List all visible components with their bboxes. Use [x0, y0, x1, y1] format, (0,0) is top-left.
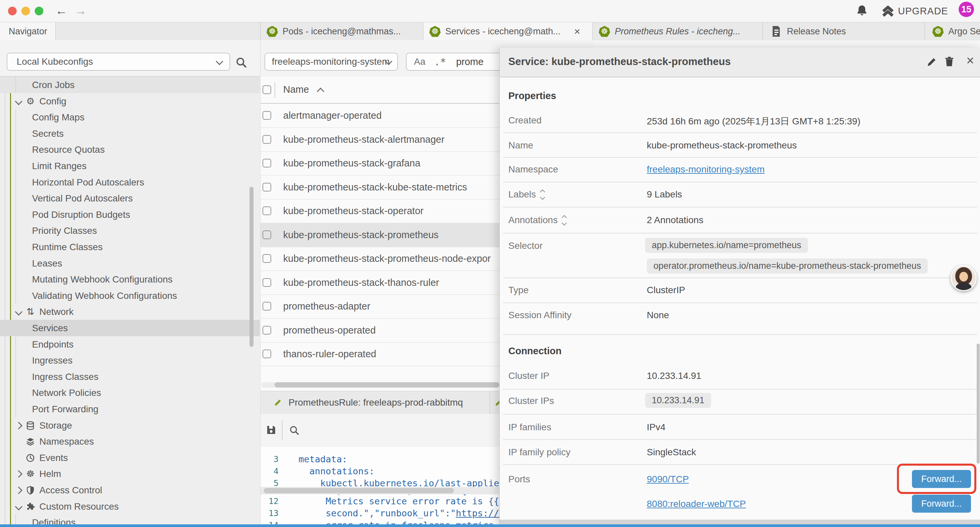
sidebar-item-secrets[interactable]: Secrets — [0, 126, 260, 142]
row-checkbox[interactable] — [262, 159, 271, 167]
notifications-bell-icon[interactable] — [855, 4, 869, 18]
sidebar-item-ingress-classes[interactable]: Ingress Classes — [0, 369, 260, 385]
chevron-down-icon — [15, 503, 23, 510]
table-row[interactable]: prometheus-adapter — [261, 294, 500, 318]
sidebar-item-ingresses[interactable]: Ingresses — [0, 352, 260, 369]
sidebar-item-validating-webhook-configurations[interactable]: Validating Webhook Configurations — [0, 288, 260, 304]
row-checkbox[interactable] — [262, 302, 271, 310]
save-icon[interactable] — [265, 424, 277, 436]
table-row[interactable]: alertmanager-operated — [261, 103, 500, 128]
row-checkbox[interactable] — [262, 183, 271, 191]
tab-services[interactable]: ☸ Services - icecheng@math... × — [423, 22, 592, 40]
search-icon[interactable] — [235, 56, 248, 69]
sidebar-group-config[interactable]: ⚙Config — [0, 93, 260, 110]
sidebar-item-events[interactable]: Events — [0, 450, 260, 466]
forward-arrow-icon[interactable]: → — [75, 4, 87, 18]
sidebar-item-mutating-webhook-configurations[interactable]: Mutating Webhook Configurations — [0, 271, 260, 288]
sidebar-item-cron-jobs[interactable]: Cron Jobs — [0, 77, 260, 93]
namespace-link[interactable]: freeleaps-monitoring-system — [647, 164, 765, 175]
table-row[interactable]: kube-prometheus-stack-operator — [261, 199, 500, 223]
sidebar-item-port-forwarding[interactable]: Port Forwarding — [0, 401, 260, 417]
table-row[interactable]: kube-prometheus-stack-kube-state-metrics — [261, 175, 500, 199]
select-all-checkbox[interactable] — [262, 85, 271, 94]
forward-button-8080[interactable]: Forward... — [912, 495, 971, 513]
editor-search-icon[interactable] — [288, 425, 300, 436]
close-traffic-light[interactable] — [8, 7, 17, 15]
horizontal-scrollbar-thumb[interactable] — [275, 382, 500, 388]
kubernetes-icon: ☸ — [599, 26, 610, 37]
port-link-8080[interactable]: 8080:reloader-web/TCP — [647, 498, 746, 509]
column-header-name[interactable]: Name — [283, 84, 309, 95]
zoom-traffic-light[interactable] — [35, 7, 43, 15]
dock-tab-prometheusrule[interactable]: PrometheusRule: freeleaps-prod-rabbitmq — [261, 391, 490, 414]
table-row-selected[interactable]: kube-prometheus-stack-prometheus — [261, 223, 500, 247]
table-row[interactable]: kube-prometheus-stack-alertmanager — [261, 127, 500, 152]
sidebar-item-leases[interactable]: Leases — [0, 255, 260, 272]
sidebar-group-custom-resources[interactable]: Custom Resources — [0, 498, 260, 515]
horizontal-scrollbar-track[interactable] — [261, 382, 500, 388]
back-arrow-icon[interactable]: ← — [56, 4, 67, 18]
sidebar-group-storage[interactable]: Storage — [0, 417, 260, 434]
sidebar-item-vertical-pod-autoscalers[interactable]: Vertical Pod Autoscalers — [0, 190, 260, 207]
ports-label: Ports — [508, 474, 530, 485]
sidebar-item-limit-ranges[interactable]: Limit Ranges — [0, 158, 260, 174]
close-tab-icon[interactable]: × — [574, 25, 581, 38]
expand-toggle-icon[interactable] — [541, 190, 544, 199]
namespace-filter-select[interactable]: freeleaps-monitoring-system — [264, 53, 398, 71]
sidebar-group-network[interactable]: ⇅Network — [0, 304, 260, 320]
yaml-editor[interactable]: 3metadata: 4 annotations: 5 kubectl.kube… — [261, 447, 500, 527]
minimize-traffic-light[interactable] — [21, 7, 30, 15]
table-row[interactable]: kube-prometheus-stack-thanos-ruler — [261, 271, 500, 295]
regex-toggle[interactable]: .* — [434, 56, 446, 68]
chevron-down-icon — [15, 308, 23, 315]
edit-pencil-icon[interactable] — [926, 56, 938, 68]
row-checkbox[interactable] — [262, 278, 271, 287]
close-icon[interactable]: × — [966, 53, 974, 68]
table-row[interactable]: prometheus-operated — [261, 318, 500, 342]
port-link-9090[interactable]: 9090/TCP — [647, 474, 689, 485]
sidebar-group-helm[interactable]: ☸Helm — [0, 466, 260, 482]
updown-arrows-icon: ⇅ — [25, 307, 35, 317]
tab-argo[interactable]: ☸ Argo Se — [925, 22, 980, 40]
delete-trash-icon[interactable] — [943, 56, 955, 68]
sidebar-item-resource-quotas[interactable]: Resource Quotas — [0, 142, 260, 158]
sidebar-item-runtime-classes[interactable]: Runtime Classes — [0, 239, 260, 255]
row-checkbox[interactable] — [262, 207, 271, 215]
sort-ascending-icon[interactable] — [317, 88, 325, 96]
sidebar-item-network-policies[interactable]: Network Policies — [0, 385, 260, 401]
drawer-scrollbar[interactable] — [977, 344, 980, 463]
avatar[interactable] — [951, 265, 977, 291]
runbook-url-link[interactable]: https://net — [456, 508, 500, 518]
editor-scrollbar-thumb[interactable] — [264, 488, 454, 493]
sidebar-item-endpoints[interactable]: Endpoints — [0, 336, 260, 353]
sidebar-item-horizontal-pod-autoscalers[interactable]: Horizontal Pod Autoscalers — [0, 174, 260, 191]
tab-pods[interactable]: ☸ Pods - icecheng@mathmas... — [261, 22, 423, 40]
upgrade-button[interactable]: UPGRADE — [898, 6, 948, 17]
sidebar-scrollbar[interactable] — [250, 187, 253, 347]
table-row[interactable]: thanos-ruler-operated — [261, 342, 500, 366]
sidebar-item-services[interactable]: Services — [0, 320, 260, 336]
tab-release-notes[interactable]: Release Notes — [763, 22, 924, 40]
editor-horizontal-scrollbar[interactable] — [261, 487, 500, 494]
editor-line: 12 Metrics service error rate is {{ $va — [261, 495, 500, 507]
row-checkbox[interactable] — [262, 326, 271, 334]
sidebar-item-config-maps[interactable]: Config Maps — [0, 109, 260, 126]
kubeconfig-selector[interactable]: Local Kubeconfigs — [7, 53, 230, 71]
sidebar-group-access-control[interactable]: Access Control — [0, 482, 260, 498]
row-checkbox[interactable] — [262, 111, 271, 120]
row-checkbox[interactable] — [262, 231, 271, 239]
notification-count-badge[interactable]: 15 — [959, 2, 974, 17]
row-checkbox[interactable] — [262, 350, 271, 358]
sidebar-item-pod-disruption-budgets[interactable]: Pod Disruption Budgets — [0, 207, 260, 223]
table-row[interactable]: kube-prometheus-stack-grafana — [261, 151, 500, 175]
sidebar-item-namespaces[interactable]: Namespaces — [0, 433, 260, 450]
row-checkbox[interactable] — [262, 254, 271, 263]
table-row[interactable]: kube-prometheus-stack-prometheus-node-ex… — [261, 247, 500, 271]
match-case-toggle[interactable]: Aa — [414, 56, 425, 67]
expand-toggle-icon[interactable] — [562, 216, 566, 225]
upgrade-chevrons-icon[interactable] — [881, 4, 895, 18]
sidebar-item-priority-classes[interactable]: Priority Classes — [0, 223, 260, 239]
navigator-panel-tab[interactable]: Navigator — [0, 22, 56, 40]
tab-prometheus-rules[interactable]: ☸ Prometheus Rules - icecheng... — [593, 22, 762, 40]
row-checkbox[interactable] — [262, 135, 271, 144]
